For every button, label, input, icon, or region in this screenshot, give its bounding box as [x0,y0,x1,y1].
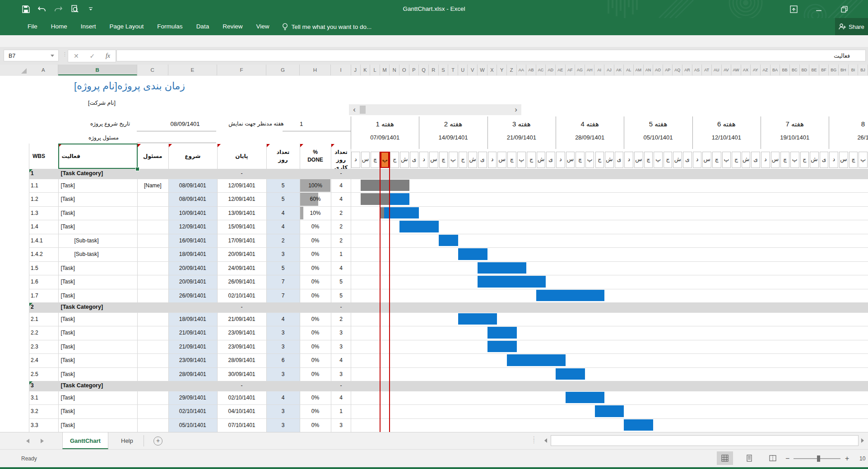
column-header-BJ[interactable]: BJ [858,65,868,75]
cell-B12[interactable]: [Task] [61,220,136,234]
day-cell-51[interactable]: س [839,152,848,168]
cell-A16[interactable]: 1.6 [31,275,57,289]
day-cell-6[interactable]: ش [400,152,409,168]
day-cell-17[interactable]: چ [507,152,516,168]
column-header-AM[interactable]: AM [634,65,644,75]
cell-B21[interactable]: [Task] [61,340,136,354]
cell-I14[interactable]: 1 [331,247,351,261]
day-cell-38[interactable]: چ [712,152,721,168]
cancel-icon[interactable]: ✕ [74,52,79,60]
name-box-dropdown-icon[interactable] [51,55,54,57]
day-cell-52[interactable]: چ [849,152,858,168]
column-header-AG[interactable]: AG [575,65,585,75]
cell-E21[interactable]: 21/09/1401 [168,340,218,354]
cell-A21[interactable]: 2.3 [31,340,57,354]
day-cell-22[interactable]: د [556,152,565,168]
cell-E27[interactable]: 05/10/1401 [168,418,218,432]
column-header-Q[interactable]: Q [419,65,429,75]
cell-A19[interactable]: 2.1 [31,312,57,326]
cell-I8[interactable]: - [331,169,351,179]
column-header-BG[interactable]: BG [829,65,839,75]
cell-G11[interactable]: 4 [266,206,300,220]
cell-H14[interactable]: 0% [300,247,331,261]
day-cell-11[interactable]: پ [449,152,458,168]
cell-G22[interactable]: 6 [266,353,300,367]
redo-icon[interactable] [53,4,63,14]
ribbon-tab-home[interactable]: Home [44,18,74,35]
cell-A26[interactable]: 3.2 [31,404,57,418]
cell-B9[interactable]: [Task] [61,179,136,193]
cell-G23[interactable]: 3 [266,367,300,381]
column-header-BB[interactable]: BB [780,65,790,75]
week-scroll-thumb[interactable] [360,106,366,114]
cell-A11[interactable]: 1.3 [31,206,57,220]
cell-E15[interactable]: 20/09/1401 [168,261,218,275]
cell-E16[interactable]: 20/09/1401 [168,275,218,289]
cell-G20[interactable]: 3 [266,326,300,340]
cell-H10[interactable]: 60% [300,192,331,206]
column-header-AW[interactable]: AW [731,65,741,75]
day-cell-43[interactable]: د [761,152,770,168]
cell-A9[interactable]: 1.1 [31,179,57,193]
day-cell-15[interactable]: د [488,152,497,168]
column-header-AU[interactable]: AU [712,65,722,75]
column-header-AQ[interactable]: AQ [673,65,682,75]
cell-I10[interactable]: 4 [331,192,351,206]
day-cell-9[interactable]: س [429,152,438,168]
ribbon-tab-data[interactable]: Data [190,18,216,35]
cell-I13[interactable]: 2 [331,234,351,248]
day-cell-18[interactable]: پ [517,152,526,168]
cell-B15[interactable]: [Task] [61,261,136,275]
hscroll-right-icon[interactable] [861,438,864,443]
column-header-AH[interactable]: AH [585,65,595,75]
column-header-AJ[interactable]: AJ [604,65,614,75]
column-header-S[interactable]: S [439,65,449,75]
cell-H9[interactable]: 100% [300,179,331,193]
undo-icon[interactable] [37,4,47,14]
day-cell-28[interactable]: ی [615,152,624,168]
cell-G12[interactable]: 4 [266,220,300,234]
zoom-in-icon[interactable]: + [845,450,849,468]
day-cell-20[interactable]: ش [537,152,546,168]
column-header-M[interactable]: M [380,65,390,75]
ribbon-tab-page-layout[interactable]: Page Layout [103,18,151,35]
cell-B17[interactable]: [Task] [61,289,136,303]
column-header-BD[interactable]: BD [800,65,810,75]
column-header-G[interactable]: G [266,65,300,75]
day-cell-24[interactable]: چ [576,152,585,168]
print-preview-icon[interactable] [70,4,79,14]
day-cell-47[interactable]: ج [800,152,809,168]
cell-E11[interactable]: 10/09/1401 [168,206,218,220]
cell-G21[interactable]: 3 [266,340,300,354]
sheet-nav-prev-icon[interactable] [26,439,29,443]
cell-G27[interactable]: 3 [266,418,300,432]
cell-F16[interactable]: 26/09/1401 [217,275,266,289]
cell-E22[interactable]: 23/09/1401 [168,353,218,367]
cell-B14[interactable]: [Sub-task] [74,247,149,261]
cell-F21[interactable]: 23/09/1401 [217,340,266,354]
column-header-X[interactable]: X [487,65,497,75]
cell-B16[interactable]: [Task] [61,275,136,289]
cell-E12[interactable]: 12/09/1401 [168,220,218,234]
column-header-AR[interactable]: AR [682,65,692,75]
column-header-W[interactable]: W [478,65,487,75]
column-header-AX[interactable]: AX [741,65,751,75]
ribbon-tab-view[interactable]: View [249,18,276,35]
column-header-BF[interactable]: BF [819,65,829,75]
column-header-AY[interactable]: AY [751,65,761,75]
day-cell-29[interactable]: د [624,152,633,168]
cell-H16[interactable]: 0% [300,275,331,289]
cell-A15[interactable]: 1.5 [31,261,57,275]
cell-I12[interactable]: 2 [331,220,351,234]
column-header-O[interactable]: O [399,65,409,75]
project-title[interactable]: زمان بندی پروژه[نام پروژه] [59,78,185,95]
day-cell-45[interactable]: چ [780,152,789,168]
qat-dropdown-icon[interactable] [86,4,96,14]
cell-F25[interactable]: 02/10/1401 [217,391,266,405]
column-header-AP[interactable]: AP [663,65,673,75]
cell-F20[interactable]: 23/09/1401 [217,326,266,340]
cell-B13[interactable]: [Sub-task] [74,234,149,248]
company-name[interactable]: [نام شرکت] [66,98,116,108]
cell-H25[interactable]: 0% [300,391,331,405]
column-header-AL[interactable]: AL [624,65,634,75]
